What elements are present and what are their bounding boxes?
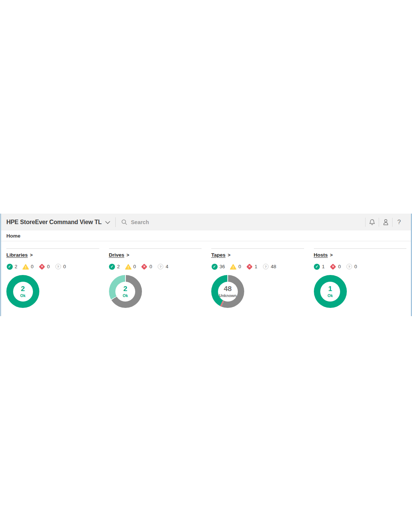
panel-tapes: Tapes>✓360✕1?4848Unknown [211, 248, 304, 308]
status-item-warning: 0 [230, 263, 241, 270]
status-item-ok: ✓2 [109, 263, 120, 270]
panel-hosts: Hosts>✓1✕0?01Ok [314, 248, 407, 308]
header-actions: ? [365, 218, 406, 227]
header-divider [115, 217, 116, 227]
status-count: 1 [255, 264, 257, 269]
status-item-unknown: ?0 [55, 263, 66, 270]
status-item-warning: 0 [22, 263, 33, 270]
donut-center: 1Ok [320, 282, 340, 302]
donut-chart-libraries: 2Ok [6, 275, 39, 308]
donut-center: 2Ok [13, 282, 33, 302]
status-count: 0 [238, 264, 241, 269]
panel-link-libraries[interactable]: Libraries [6, 252, 28, 258]
status-count: 48 [271, 264, 276, 269]
status-item-error: ✕0 [39, 263, 49, 270]
app-window: HPE StoreEver Command View TL Search [0, 214, 412, 316]
breadcrumb-home[interactable]: Home [6, 233, 21, 239]
unknown-status-icon: ? [263, 263, 269, 270]
status-count: 0 [338, 264, 341, 269]
donut-center-value: 1 [328, 285, 332, 292]
help-icon: ? [397, 218, 401, 226]
status-count: 0 [149, 264, 152, 269]
notifications-button[interactable] [366, 219, 379, 226]
donut-center-value: 48 [224, 285, 231, 292]
donut-center-label: Ok [20, 293, 25, 298]
panel-link-hosts[interactable]: Hosts [314, 252, 328, 258]
status-count: 0 [63, 264, 66, 269]
donut-center-label: Ok [122, 293, 128, 298]
error-status-icon: ✕ [330, 263, 336, 270]
search-icon [121, 219, 127, 225]
panel-libraries: Libraries>✓20✕0?02Ok [6, 248, 99, 308]
status-item-error: ✕0 [330, 263, 341, 270]
warning-status-icon [125, 263, 131, 270]
status-summary-row: ✓1✕0?0 [314, 263, 407, 270]
chevron-right-icon: > [30, 253, 33, 258]
status-item-ok: ✓36 [211, 263, 225, 270]
panel-title-row: Libraries> [6, 252, 99, 258]
panel-title-row: Tapes> [211, 252, 304, 258]
panel-link-drives[interactable]: Drives [109, 252, 124, 258]
status-count: 0 [354, 264, 357, 269]
unknown-status-icon: ? [346, 263, 352, 270]
bell-icon [369, 219, 375, 226]
donut-center-label: Unknown [219, 293, 236, 298]
chevron-right-icon: > [228, 253, 230, 258]
chevron-right-icon: > [330, 253, 333, 258]
ok-status-icon: ✓ [109, 263, 115, 270]
status-summary-row: ✓360✕1?48 [211, 263, 304, 270]
status-item-unknown: ?4 [157, 263, 168, 270]
status-count: 1 [322, 264, 325, 269]
account-button[interactable] [379, 219, 392, 226]
status-item-unknown: ?48 [263, 263, 276, 270]
ok-status-icon: ✓ [211, 263, 218, 270]
panel-title-row: Drives> [109, 252, 202, 258]
status-summary-row: ✓20✕0?0 [6, 263, 99, 270]
search-placeholder: Search [131, 219, 149, 225]
status-item-ok: ✓2 [6, 263, 17, 270]
status-item-error: ✕1 [246, 263, 257, 270]
search-input[interactable]: Search [121, 219, 365, 225]
unknown-status-icon: ? [55, 263, 61, 270]
status-count: 2 [15, 264, 17, 269]
donut-center-value: 2 [123, 285, 127, 292]
chevron-down-icon [105, 221, 110, 224]
status-count: 0 [47, 264, 49, 269]
help-button[interactable]: ? [393, 218, 406, 226]
error-status-icon: ✕ [141, 263, 148, 270]
user-icon [383, 219, 389, 226]
status-item-warning: 0 [125, 263, 136, 270]
warning-status-icon [230, 263, 236, 270]
status-summary-row: ✓20✕0?4 [109, 263, 202, 270]
donut-chart-hosts: 1Ok [314, 275, 347, 308]
status-item-ok: ✓1 [314, 263, 325, 270]
status-count: 4 [166, 264, 168, 269]
error-status-icon: ✕ [246, 263, 253, 270]
dashboard-panels: Libraries>✓20✕0?02OkDrives>✓20✕0?42OkTap… [1, 241, 411, 308]
donut-center: 2Ok [115, 282, 135, 302]
warning-status-icon [22, 263, 29, 270]
donut-center: 48Unknown [218, 282, 238, 302]
status-count: 2 [117, 264, 120, 269]
status-item-error: ✕0 [141, 263, 152, 270]
ok-status-icon: ✓ [6, 263, 13, 270]
status-count: 0 [133, 264, 136, 269]
chevron-right-icon: > [127, 253, 129, 258]
status-count: 36 [219, 264, 225, 269]
panel-drives: Drives>✓20✕0?42Ok [109, 248, 202, 308]
donut-center-value: 2 [21, 285, 25, 292]
status-item-unknown: ?0 [346, 263, 357, 270]
app-title: HPE StoreEver Command View TL [6, 219, 102, 226]
donut-chart-tapes: 48Unknown [211, 275, 244, 308]
status-count: 0 [31, 264, 33, 269]
ok-status-icon: ✓ [314, 263, 320, 270]
panel-title-row: Hosts> [314, 252, 407, 258]
app-header: HPE StoreEver Command View TL Search [1, 214, 411, 230]
panel-link-tapes[interactable]: Tapes [211, 252, 225, 258]
donut-center-label: Ok [327, 293, 333, 298]
breadcrumb: Home [1, 230, 411, 241]
error-status-icon: ✕ [39, 263, 45, 270]
app-title-menu[interactable]: HPE StoreEver Command View TL [6, 219, 110, 226]
unknown-status-icon: ? [157, 263, 164, 270]
donut-chart-drives: 2Ok [109, 275, 142, 308]
